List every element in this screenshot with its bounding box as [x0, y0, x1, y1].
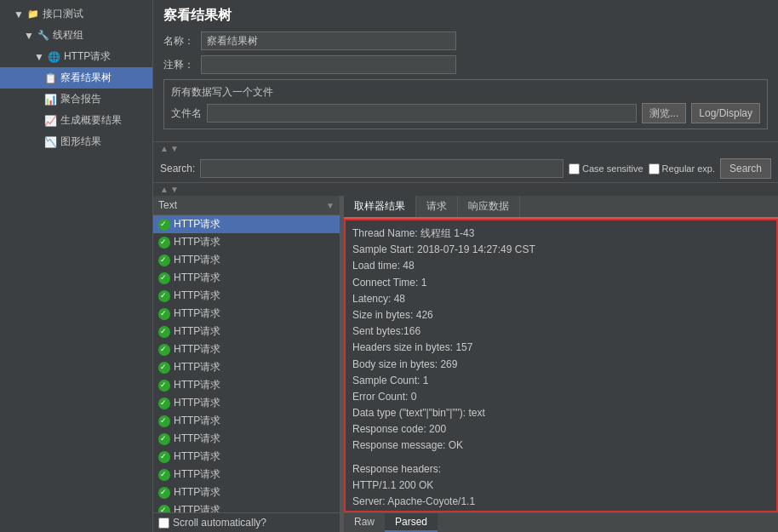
expand-icon: ▼: [14, 9, 24, 20]
check-icon: [158, 398, 170, 409]
tab-raw[interactable]: Raw: [344, 513, 385, 532]
sidebar-item-http-request-group[interactable]: ▼ 🌐 HTTP请求: [0, 46, 152, 67]
list-item[interactable]: HTTP请求: [153, 412, 340, 430]
check-icon: [158, 380, 170, 392]
regex-group: Regular exp.: [649, 163, 715, 174]
tab-label: 响应数据: [468, 200, 509, 212]
search-input[interactable]: [200, 159, 563, 178]
list-item[interactable]: HTTP请求: [153, 251, 340, 269]
graph-icon: 📉: [44, 136, 57, 148]
main-panel: 察看结果树 名称： 注释： 所有数据写入一个文件 文件名 测览... Log/D…: [153, 0, 778, 532]
list-item-label: HTTP请求: [174, 378, 220, 392]
sidebar-item-interface-test[interactable]: ▼ 📁 接口测试: [0, 3, 152, 25]
list-item-label: HTTP请求: [174, 289, 220, 303]
comment-row: 注释：: [163, 55, 768, 74]
case-sensitive-checkbox[interactable]: [569, 163, 580, 174]
tab-label: 取样器结果: [354, 200, 405, 212]
search-label: Search:: [160, 163, 195, 174]
sidebar: ▼ 📁 接口测试 ▼ 🔧 线程组 ▼ 🌐 HTTP请求 📋 察看结果树 📊 聚合…: [0, 0, 153, 532]
body-size-line: Body size in bytes: 269: [352, 357, 769, 373]
comment-input[interactable]: [201, 55, 456, 74]
name-input[interactable]: [201, 31, 456, 50]
check-icon: [158, 308, 170, 320]
sent-bytes-line: Sent bytes:166: [352, 323, 769, 340]
check-icon: [158, 505, 170, 513]
list-dropdown-icon[interactable]: ▼: [326, 201, 335, 210]
list-item-label: HTTP请求: [174, 396, 220, 410]
folder-icon: 📁: [27, 9, 39, 20]
list-item[interactable]: HTTP请求: [153, 358, 340, 376]
list-item-label: HTTP请求: [174, 485, 220, 500]
case-sensitive-label: Case sensitive: [582, 163, 644, 174]
name-label: 名称：: [163, 34, 194, 49]
browse-button[interactable]: 测览...: [642, 103, 686, 123]
tab-label: Parsed: [395, 516, 427, 528]
list-item-label: HTTP请求: [174, 414, 220, 428]
list-item[interactable]: HTTP请求: [153, 340, 340, 358]
list-item[interactable]: HTTP请求: [153, 233, 340, 251]
list-item[interactable]: HTTP请求: [153, 305, 340, 323]
list-item[interactable]: HTTP请求: [153, 430, 340, 448]
connect-time-line: Connect Time: 1: [352, 275, 769, 291]
file-row: 文件名 测览... Log/Display: [171, 103, 760, 123]
list-item[interactable]: HTTP请求: [153, 483, 340, 501]
sidebar-item-view-results-tree[interactable]: 📋 察看结果树: [0, 67, 152, 89]
check-icon: [158, 255, 170, 266]
check-icon: [158, 487, 170, 499]
folder-icon: 🔧: [37, 30, 49, 41]
list-item[interactable]: HTTP请求: [153, 394, 340, 412]
sidebar-item-aggregate-report[interactable]: 📊 聚合报告: [0, 89, 152, 110]
list-item-label: HTTP请求: [174, 503, 220, 512]
tab-parsed[interactable]: Parsed: [385, 513, 438, 532]
scroll-auto-label: Scroll automatically?: [173, 517, 266, 529]
tab-request[interactable]: 请求: [416, 196, 458, 217]
sidebar-item-summary[interactable]: 📈 生成概要结果: [0, 110, 152, 131]
list-item-label: HTTP请求: [174, 271, 220, 285]
expand-icon: ▼: [24, 30, 34, 42]
arrow-down-icon[interactable]: ▼: [170, 144, 179, 153]
arrow-up-icon-2[interactable]: ▲: [160, 185, 169, 194]
tab-sampler-result[interactable]: 取样器结果: [344, 196, 416, 217]
divider-arrows-2: ▲ ▼: [153, 183, 778, 196]
regex-checkbox[interactable]: [649, 163, 660, 174]
response-message-line: Response message: OK: [352, 438, 769, 454]
sidebar-label: 生成概要结果: [60, 113, 122, 128]
list-item[interactable]: HTTP请求: [153, 501, 340, 512]
list-item[interactable]: HTTP请求: [153, 287, 340, 305]
form-area: 察看结果树 名称： 注释： 所有数据写入一个文件 文件名 测览... Log/D…: [153, 0, 778, 142]
headers-size-line: Headers size in bytes: 157: [352, 340, 769, 356]
name-row: 名称：: [163, 31, 768, 50]
sidebar-label: 聚合报告: [60, 92, 101, 106]
tab-label: Raw: [354, 516, 375, 528]
sidebar-label: HTTP请求: [64, 49, 111, 64]
log-display-button[interactable]: Log/Display: [691, 103, 760, 123]
check-icon: [158, 344, 170, 356]
arrow-down-icon-2[interactable]: ▼: [170, 185, 179, 194]
size-bytes-line: Size in bytes: 426: [352, 307, 769, 323]
sample-count-line: Sample Count: 1: [352, 373, 769, 389]
list-items: HTTP请求 HTTP请求 HTTP请求 HTTP请求: [153, 215, 340, 512]
list-item[interactable]: HTTP请求: [153, 323, 340, 340]
list-panel: Text ▼ HTTP请求 HTTP请求 HTTP请求: [153, 196, 340, 532]
sidebar-item-graph[interactable]: 📉 图形结果: [0, 131, 152, 152]
sample-start-line: Sample Start: 2018-07-19 14:27:49 CST: [352, 242, 769, 258]
comment-label: 注释：: [163, 58, 194, 72]
check-icon: [158, 451, 170, 463]
list-item[interactable]: HTTP请求: [153, 269, 340, 287]
search-button[interactable]: Search: [720, 158, 771, 179]
response-headers-section: Response headers: HTTP/1.1 200 OK Server…: [352, 461, 769, 512]
list-item[interactable]: HTTP请求: [153, 466, 340, 483]
list-item[interactable]: HTTP请求: [153, 448, 340, 466]
file-input[interactable]: [207, 104, 637, 123]
arrow-up-icon[interactable]: ▲: [160, 144, 169, 153]
response-code-line: Response code: 200: [352, 421, 769, 438]
scroll-auto-checkbox[interactable]: [158, 518, 169, 529]
check-icon: [158, 290, 170, 302]
sidebar-item-thread-group[interactable]: ▼ 🔧 线程组: [0, 25, 152, 46]
list-item[interactable]: HTTP请求: [153, 215, 340, 233]
list-item[interactable]: HTTP请求: [153, 376, 340, 394]
response-headers-title: Response headers:: [352, 461, 769, 478]
tab-response-data[interactable]: 响应数据: [458, 196, 520, 217]
sidebar-label: 接口测试: [43, 7, 83, 21]
list-item-label: HTTP请求: [174, 306, 220, 321]
